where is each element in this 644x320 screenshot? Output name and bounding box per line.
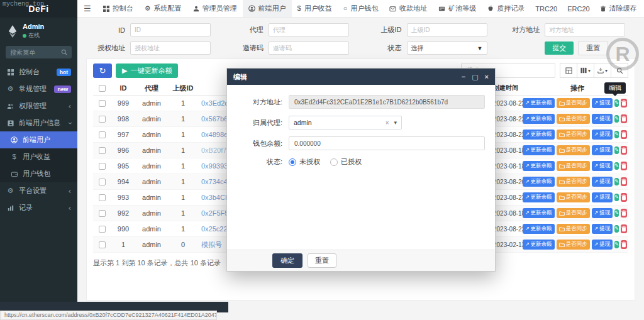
- sidebar-item-前端用户[interactable]: 前端用户: [0, 131, 77, 148]
- delete-button[interactable]: [621, 177, 627, 186]
- confirm-button[interactable]: 确定: [272, 253, 303, 268]
- delete-button[interactable]: [621, 130, 627, 139]
- topnav-item[interactable]: ○用户钱包: [338, 0, 384, 17]
- status-select[interactable]: 选择▼: [407, 41, 487, 55]
- sync-toggle-button[interactable]: 是否同步: [557, 130, 590, 140]
- delete-button[interactable]: [621, 162, 627, 170]
- filter-input-ID[interactable]: [130, 23, 211, 36]
- withdraw-button[interactable]: ↗提现: [592, 177, 613, 187]
- sync-toggle-button[interactable]: 是否同步: [557, 114, 590, 124]
- edit-button[interactable]: ✎: [614, 131, 619, 138]
- balance-field[interactable]: [289, 136, 485, 150]
- update-balance-button[interactable]: ↗更新余额: [523, 208, 555, 218]
- update-balance-button[interactable]: ↗更新余额: [523, 224, 555, 234]
- topnav-item[interactable]: 收款地址: [384, 0, 433, 17]
- sidebar-item-控制台[interactable]: 控制台hot: [0, 63, 77, 80]
- update-balance-button[interactable]: ↗更新余额: [523, 177, 555, 187]
- topnav-right-item[interactable]: 清除缓存: [595, 4, 642, 13]
- columns-button[interactable]: ▾: [577, 63, 594, 78]
- address-field[interactable]: [289, 95, 485, 109]
- delete-button[interactable]: [621, 146, 627, 155]
- row-checkbox[interactable]: [99, 163, 106, 170]
- withdraw-button[interactable]: ↗提现: [592, 192, 613, 202]
- sidebar-item-用户钱包[interactable]: 用户钱包: [0, 165, 77, 182]
- row-checkbox[interactable]: [99, 131, 106, 138]
- minimize-icon[interactable]: −: [462, 73, 465, 81]
- withdraw-button[interactable]: ↗提现: [592, 98, 613, 108]
- topnav-item[interactable]: 前端用户: [243, 0, 292, 17]
- update-balance-button[interactable]: ↗更新余额: [523, 145, 555, 155]
- column-header-创建时间[interactable]: 创建时间: [493, 84, 528, 92]
- bulk-update-balance-button[interactable]: ▶一键更新余额: [116, 63, 178, 78]
- update-balance-button[interactable]: ↗更新余额: [523, 240, 555, 250]
- topnav-right-item[interactable]: TRC20: [530, 5, 562, 13]
- row-checkbox[interactable]: [99, 194, 106, 201]
- topnav-item[interactable]: 矿池等级: [433, 0, 482, 17]
- edit-button[interactable]: ✎: [614, 99, 619, 107]
- sync-toggle-button[interactable]: 是否同步: [557, 161, 590, 171]
- topnav-right-item[interactable]: [642, 6, 644, 12]
- sidebar-search[interactable]: [6, 46, 72, 58]
- row-checkbox[interactable]: [99, 179, 106, 185]
- withdraw-button[interactable]: ↗提现: [592, 145, 613, 155]
- sync-toggle-button[interactable]: 是否同步: [557, 98, 590, 108]
- topnav-item[interactable]: $用户收益: [292, 0, 338, 17]
- filter-input-对方地址[interactable]: [545, 23, 625, 36]
- delete-button[interactable]: [621, 99, 627, 108]
- agent-select[interactable]: admin × ▾: [289, 116, 402, 130]
- edit-button[interactable]: ✎: [614, 225, 619, 233]
- row-checkbox[interactable]: [99, 241, 106, 248]
- toggle-pagination-button[interactable]: [560, 63, 577, 78]
- sidebar-item-前端用户信息[interactable]: 前端用户信息‹: [0, 114, 77, 131]
- radio-unauthorized[interactable]: 未授权: [289, 157, 320, 167]
- topnav-item[interactable]: ⚙系统配置: [139, 0, 187, 17]
- topnav-right-item[interactable]: ERC20: [562, 5, 594, 13]
- sidebar-search-input[interactable]: [10, 49, 61, 56]
- delete-button[interactable]: [621, 209, 627, 218]
- sidebar-item-权限管理[interactable]: 权限管理‹: [0, 97, 77, 114]
- sync-toggle-button[interactable]: 是否同步: [557, 145, 590, 155]
- edit-button[interactable]: ✎: [614, 178, 619, 185]
- update-balance-button[interactable]: ↗更新余额: [523, 161, 555, 171]
- clear-icon[interactable]: ×: [386, 119, 389, 126]
- withdraw-button[interactable]: ↗提现: [592, 130, 613, 140]
- reset-button[interactable]: 重置: [578, 41, 608, 55]
- update-balance-button[interactable]: ↗更新余额: [523, 130, 555, 140]
- column-header-代理[interactable]: 代理: [136, 84, 167, 93]
- filter-input-代理[interactable]: [269, 23, 349, 36]
- radio-authorized[interactable]: 已授权: [330, 157, 362, 167]
- filter-input-邀请码[interactable]: [269, 41, 349, 55]
- delete-button[interactable]: [621, 193, 627, 202]
- update-balance-button[interactable]: ↗更新余额: [523, 192, 555, 202]
- sidebar-item-常规管理[interactable]: ⚙常规管理new: [0, 80, 77, 97]
- withdraw-button[interactable]: ↗提现: [592, 224, 613, 234]
- export-button[interactable]: ▾: [594, 63, 611, 78]
- address-link[interactable]: 模拟号: [201, 241, 222, 248]
- edit-button[interactable]: ✎: [614, 194, 619, 201]
- select-all-checkbox[interactable]: [99, 85, 106, 92]
- edit-button[interactable]: ✎: [614, 115, 619, 123]
- sync-toggle-button[interactable]: 是否同步: [557, 177, 590, 187]
- filter-input-授权地址[interactable]: [130, 41, 211, 55]
- row-checkbox[interactable]: [99, 100, 106, 107]
- sync-toggle-button[interactable]: 是否同步: [557, 208, 590, 218]
- column-header-上级ID[interactable]: 上级ID: [167, 84, 199, 93]
- sync-toggle-button[interactable]: 是否同步: [557, 192, 590, 202]
- edit-button[interactable]: ✎: [614, 162, 619, 170]
- update-balance-button[interactable]: ↗更新余额: [523, 98, 555, 108]
- edit-button[interactable]: ✎: [614, 209, 619, 217]
- row-checkbox[interactable]: [99, 147, 106, 154]
- withdraw-button[interactable]: ↗提现: [592, 208, 613, 218]
- search-icon[interactable]: [61, 49, 67, 55]
- topnav-item[interactable]: 管理员管理: [187, 0, 243, 17]
- close-icon[interactable]: ×: [485, 73, 489, 81]
- withdraw-button[interactable]: ↗提现: [592, 161, 613, 171]
- delete-button[interactable]: [621, 224, 627, 233]
- submit-button[interactable]: 提交: [545, 41, 574, 55]
- sidebar-item-用户收益[interactable]: $用户收益: [0, 148, 77, 165]
- filter-input-上级ID[interactable]: [407, 23, 487, 36]
- sidebar-item-记录[interactable]: 记录‹: [0, 199, 77, 216]
- withdraw-button[interactable]: ↗提现: [592, 114, 613, 124]
- sidebar-toggle-icon[interactable]: ☰: [77, 4, 97, 13]
- refresh-button[interactable]: ↻: [93, 63, 112, 78]
